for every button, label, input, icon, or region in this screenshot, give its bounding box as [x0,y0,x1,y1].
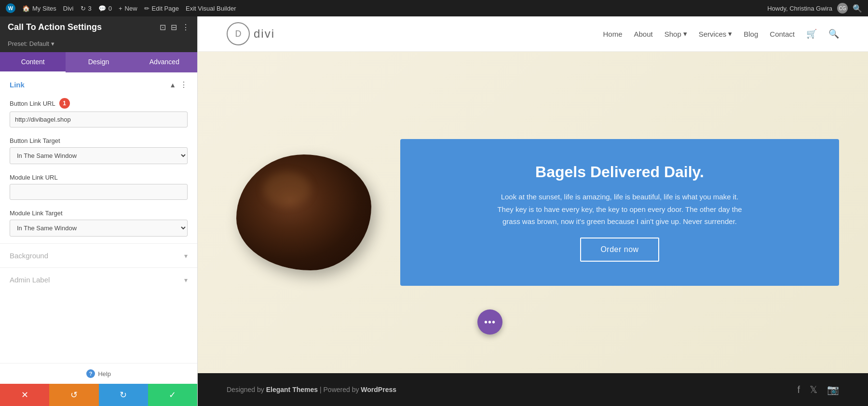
search-icon[interactable]: 🔍 [853,4,862,13]
content-area: D divi Home About Shop ▾ Services ▾ [198,16,868,406]
site-logo: D divi [227,22,275,45]
cta-title: Bagels Delivered Daily. [535,163,704,181]
expand-icon[interactable]: ⊟ [171,23,177,32]
section-header-icons: ▲ ⋮ [169,80,188,89]
cancel-button[interactable]: ✕ [0,384,49,406]
module-link-url-input[interactable] [10,184,188,200]
footer-text: Designed by Elegant Themes | Powered by … [227,386,396,393]
minimize-icon[interactable]: ⊡ [160,23,166,32]
admin-bar-exit-builder[interactable]: Exit Visual Builder [186,5,236,12]
module-link-target-label: Module Link Target [10,210,188,217]
preset-label[interactable]: Preset: Default [8,40,49,47]
module-link-target-group: Module Link Target In The Same Window In… [0,207,197,243]
footer-wordpress[interactable]: WordPress [361,386,396,393]
main-layout: Call To Action Settings ⊡ ⊟ ⋮ Preset: De… [0,16,868,406]
sidebar-header-icons: ⊡ ⊟ ⋮ [160,23,190,32]
undo-icon: ↺ [70,390,78,400]
nav-services[interactable]: Services ▾ [699,29,732,38]
redo-icon: ↻ [120,390,127,400]
link-more-icon[interactable]: ⋮ [180,80,188,89]
link-section-title: Link [10,81,25,89]
save-icon: ✓ [169,390,176,400]
twitter-icon[interactable]: 𝕏 [810,384,817,395]
cta-order-button[interactable]: Order now [580,238,659,262]
sidebar-footer: ? Help [0,363,197,384]
link-section-header: Link ▲ ⋮ [0,72,197,95]
avatar[interactable]: CG [837,3,848,14]
admin-bar-refresh[interactable]: ↻ 3 [81,5,92,12]
services-dropdown-icon: ▾ [728,29,732,38]
admin-label-title: Admin Label [10,276,50,284]
background-section[interactable]: Background ▾ [0,243,197,267]
preset-dropdown-icon[interactable]: ▾ [51,40,54,47]
bagel-image-container [227,154,381,270]
redo-button[interactable]: ↻ [99,384,148,406]
sidebar-panel: Call To Action Settings ⊡ ⊟ ⋮ Preset: De… [0,16,198,406]
admin-bar-edit-page[interactable]: ✏ Edit Page [144,5,179,12]
admin-bar-divi[interactable]: Divi [63,5,74,12]
shop-dropdown-icon: ▾ [683,29,687,38]
button-link-url-group: Button Link URL 1 [0,95,197,134]
logo-circle: D [227,22,250,45]
fab-dots-icon: ••• [484,317,496,328]
help-button[interactable]: ? Help [86,369,111,378]
admin-bar-right: Howdy, Christina Gwira CG 🔍 [767,3,862,14]
module-link-url-label: Module Link URL [10,174,188,181]
admin-bar-new[interactable]: + New [119,5,137,12]
cta-text: Look at the sunset, life is amazing, lif… [494,191,745,228]
cancel-icon: ✕ [21,390,28,400]
plus-icon: + [119,5,122,12]
cta-box: Bagels Delivered Daily. Look at the suns… [400,139,839,286]
hero-section: Bagels Delivered Daily. Look at the suns… [198,52,868,373]
save-button[interactable]: ✓ [148,384,197,406]
admin-label-chevron-icon[interactable]: ▾ [184,276,188,284]
footer-social: f 𝕏 📷 [797,384,839,395]
nav-about[interactable]: About [634,30,652,38]
background-title: Background [10,252,48,260]
sidebar-title: Call To Action Settings [8,22,102,32]
background-chevron-icon[interactable]: ▾ [184,252,188,260]
admin-bar-comments[interactable]: 💬 0 [98,5,112,12]
logo-text: divi [254,27,275,41]
site-nav: D divi Home About Shop ▾ Services ▾ [198,16,868,52]
sidebar-content: Link ▲ ⋮ Button Link URL 1 Button Link T… [0,72,197,363]
button-link-url-input[interactable] [10,112,188,127]
search-nav-icon[interactable]: 🔍 [828,28,839,39]
button-link-target-label: Button Link Target [10,137,188,144]
button-link-url-label: Button Link URL 1 [10,98,188,109]
module-link-target-select[interactable]: In The Same Window In The New Window [10,220,188,237]
sidebar-actions: ✕ ↺ ↻ ✓ [0,384,197,406]
site-nav-links: Home About Shop ▾ Services ▾ Blog Contac [603,28,839,39]
help-icon: ? [86,369,95,378]
fab-button[interactable]: ••• [477,309,502,335]
button-link-target-group: Button Link Target In The Same Window In… [0,134,197,171]
facebook-icon[interactable]: f [797,384,800,395]
nav-blog[interactable]: Blog [744,30,758,38]
admin-bar-my-sites[interactable]: 🏠 My Sites [22,5,56,12]
nav-home[interactable]: Home [603,30,622,38]
sidebar-tabs: Content Design Advanced [0,52,197,72]
nav-contact[interactable]: Contact [770,30,795,38]
cart-icon[interactable]: 🛒 [806,28,817,39]
sidebar-preset: Preset: Default ▾ [0,38,197,52]
undo-button[interactable]: ↺ [49,384,98,406]
collapse-link-icon[interactable]: ▲ [169,81,176,89]
tab-content[interactable]: Content [0,52,66,72]
more-options-icon[interactable]: ⋮ [182,23,190,32]
module-link-url-group: Module Link URL [0,171,197,207]
admin-label-section[interactable]: Admin Label ▾ [0,267,197,292]
button-link-target-select[interactable]: In The Same Window In The New Window [10,147,188,164]
nav-shop[interactable]: Shop ▾ [665,29,687,38]
instagram-icon[interactable]: 📷 [827,384,839,395]
pencil-icon: ✏ [144,5,149,12]
site-footer: Designed by Elegant Themes | Powered by … [198,373,868,406]
tab-design[interactable]: Design [66,52,131,72]
footer-elegant-themes[interactable]: Elegant Themes [266,386,318,393]
bagel-image [236,154,371,270]
admin-bar: W 🏠 My Sites Divi ↻ 3 💬 0 + New ✏ Edit P… [0,0,868,16]
sidebar-header: Call To Action Settings ⊡ ⊟ ⋮ [0,16,197,38]
admin-greeting: Howdy, Christina Gwira [767,5,832,12]
comment-icon: 💬 [98,5,106,12]
tab-advanced[interactable]: Advanced [132,52,197,72]
wordpress-icon[interactable]: W [6,3,15,13]
